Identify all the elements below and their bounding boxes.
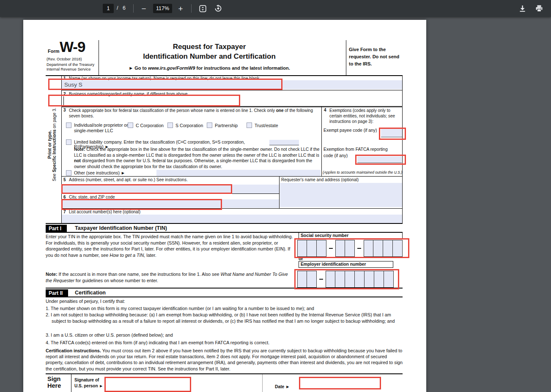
irs-url-link[interactable]: www.irs.gov/FormW9 — [148, 65, 195, 71]
part1-paragraph: Enter your TIN in the appropriate box. T… — [46, 234, 293, 258]
field-highlight-fatca[interactable] — [355, 155, 406, 165]
field-highlight-exempt-payee[interactable] — [379, 128, 406, 140]
download-icon — [519, 5, 526, 12]
certification-item: 2. I am not subject to backup withholdin… — [46, 312, 403, 324]
certification-item: 4. The FATCA code(s) entered on this for… — [46, 340, 403, 346]
fatca-label-2: code (if any) — [323, 153, 348, 158]
print-icon — [535, 5, 543, 12]
page-number-input[interactable] — [103, 4, 114, 13]
exemptions-label: Exemptions (codes apply only to certain … — [329, 108, 402, 124]
ssn-label: Social security number — [301, 233, 348, 238]
account-numbers-label: List account number(s) here (optional) — [69, 210, 272, 215]
w9-form-page: Form W-9 (Rev. October 2018) Department … — [23, 20, 426, 392]
field-highlight-ssn[interactable] — [294, 238, 409, 258]
requester-label: Requester's name and address (optional) — [281, 177, 400, 182]
field-highlight-business-name[interactable] — [48, 95, 240, 106]
certification-item: 3. I am a U.S. citizen or other U.S. per… — [46, 332, 403, 338]
zoom-out-button[interactable]: − — [140, 4, 148, 13]
download-button[interactable] — [517, 3, 528, 14]
classification-label: Check appropriate box for federal tax cl… — [69, 108, 323, 119]
llc-classification-input[interactable] — [269, 140, 299, 145]
form-number: W-9 — [60, 38, 85, 55]
dept-line1: Department of the Treasury — [47, 63, 94, 68]
print-button[interactable] — [534, 3, 545, 14]
rotate-ccw-icon — [214, 5, 222, 12]
certification-item: 1. The number shown on this form is my c… — [46, 305, 403, 312]
checkbox-s-corporation[interactable] — [167, 122, 173, 128]
checkbox-other[interactable] — [66, 170, 71, 176]
fit-page-icon — [199, 5, 206, 12]
llc-note: Note: Check the appropriate box in the l… — [74, 147, 324, 169]
checkbox-individual[interactable] — [66, 122, 71, 128]
checkbox-partnership[interactable] — [207, 122, 212, 128]
checkbox-trust-estate[interactable] — [247, 122, 252, 128]
page-separator: / — [117, 5, 118, 11]
checkbox-partnership-label: Partnership — [215, 123, 238, 128]
account-numbers-input[interactable] — [62, 215, 402, 223]
field-highlight-name[interactable] — [48, 79, 282, 90]
requester-input[interactable] — [280, 183, 402, 207]
signature-label-1: Signature of — [74, 378, 99, 382]
field-highlight-signature[interactable] — [104, 377, 191, 392]
fatca-label-1: Exemption from FATCA reporting — [323, 147, 388, 152]
zoom-level[interactable]: 117% — [153, 4, 172, 13]
certification-intro: Under penalties of perjury, I certify th… — [46, 298, 403, 305]
date-label: Date ► — [275, 384, 290, 389]
checkbox-llc[interactable] — [66, 139, 71, 145]
other-input[interactable] — [156, 170, 321, 176]
sign-here-label: Sign Here — [47, 376, 61, 389]
plus-icon: + — [178, 5, 183, 13]
address-label: Address (number, street, and apt. or sui… — [69, 177, 272, 182]
checkbox-trust-estate-label: Trust/estate — [255, 123, 278, 128]
minus-icon: − — [141, 5, 146, 13]
checkbox-c-corporation[interactable] — [128, 122, 133, 128]
page-count: 6 — [123, 5, 126, 11]
field-highlight-address[interactable] — [61, 184, 232, 194]
ein-label-box: Employer identification number — [299, 261, 393, 268]
rotate-ccw-button[interactable] — [213, 3, 224, 14]
exempt-payee-label: Exempt payee code (if any) — [323, 128, 377, 133]
fit-page-button[interactable] — [197, 3, 208, 14]
field-highlight-city[interactable] — [61, 199, 222, 210]
pdf-toolbar: / 6 − 117% + — [0, 0, 551, 17]
toolbar-divider — [133, 4, 134, 13]
dept-line2: Internal Revenue Service — [47, 67, 90, 72]
form-word: Form — [48, 49, 60, 54]
form-revision: (Rev. October 2018) — [47, 57, 82, 62]
part1-title: Taxpayer Identification Number (TIN) — [75, 225, 167, 231]
other-label: Other (see instructions) ► — [74, 171, 125, 175]
toolbar-divider — [191, 4, 192, 13]
ein-label: Employer identification number — [301, 262, 366, 267]
give-form-note: Give Form to the requester. Do not send … — [349, 46, 403, 68]
signature-label-2: U.S. person ► — [74, 384, 103, 388]
part1-note: Note: If the account is in more than one… — [46, 271, 293, 283]
field-highlight-date[interactable] — [299, 377, 381, 389]
form-goto-line: ► Go to www.irs.gov/FormW9 for instructi… — [99, 65, 319, 71]
certification-instructions: Certification instructions. You must cro… — [46, 348, 403, 372]
checkbox-c-corporation-label: C Corporation — [136, 123, 164, 128]
zoom-in-button[interactable]: + — [176, 3, 185, 14]
form-title: Request for Taxpayer Identification Numb… — [99, 42, 319, 61]
checkbox-s-corporation-label: S Corporation — [175, 123, 203, 128]
part2-title: Certification — [75, 290, 106, 296]
applies-note: (Applies to accounts maintained outside … — [323, 170, 402, 174]
field-highlight-ein[interactable] — [294, 269, 399, 289]
